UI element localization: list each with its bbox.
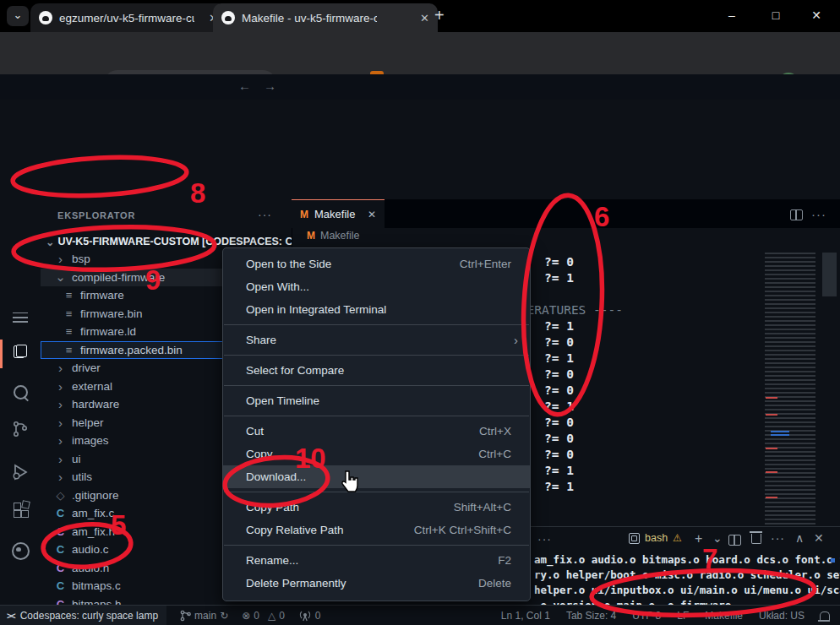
context-menu-item[interactable]: Open to the Side Ctrl+Enter xyxy=(223,253,530,275)
browser-tab-active[interactable]: Makefile - uv-k5-firmware-cust ✕ xyxy=(213,3,438,32)
tab-search-button[interactable]: ⌄ xyxy=(7,6,29,26)
context-menu-item[interactable]: Open With... xyxy=(223,275,530,298)
sidebar-actions-icon[interactable]: ··· xyxy=(258,208,272,221)
history-forward-icon[interactable]: → xyxy=(264,79,276,93)
github-view-icon[interactable] xyxy=(0,542,41,563)
history-back-icon[interactable]: ← xyxy=(238,79,251,93)
file-type-icon: › xyxy=(54,470,67,484)
menu-item-shortcut: Ctrl+X xyxy=(479,420,511,443)
file-type-icon: C xyxy=(54,562,67,574)
minimap[interactable] xyxy=(765,253,815,524)
window-maximize-button[interactable]: □ xyxy=(759,3,793,27)
menu-item-shortcut: Ctrl+Enter xyxy=(460,253,511,275)
status-item[interactable]: Tab Size: 4 xyxy=(566,610,616,622)
github-favicon xyxy=(39,11,52,24)
tree-item-label: bsp xyxy=(72,253,90,265)
close-icon[interactable]: ✕ xyxy=(368,209,376,220)
new-terminal-icon[interactable]: + xyxy=(695,531,702,546)
tab-title: egzumer/uv-k5-firmware-custo xyxy=(59,12,194,24)
notifications-bell-icon[interactable] xyxy=(820,611,830,620)
terminal-cube-icon xyxy=(629,533,640,544)
problems-status[interactable]: ⊗ 0 △ 0 xyxy=(242,610,285,622)
file-type-icon: C xyxy=(54,579,67,592)
source-control-icon[interactable] xyxy=(12,421,29,438)
extensions-view-icon[interactable] xyxy=(0,503,41,521)
minimap-mark xyxy=(766,448,777,449)
context-menu-item[interactable]: Open in Integrated Terminal xyxy=(223,298,530,321)
breadcrumb[interactable]: M Makefile xyxy=(307,230,360,242)
context-menu-item[interactable]: Copy Relative Path Ctrl+K Ctrl+Shift+C xyxy=(223,519,530,541)
context-menu-item[interactable] xyxy=(224,492,529,492)
context-menu-item[interactable]: Open Timeline xyxy=(223,389,530,412)
browser-tab-inactive[interactable]: egzumer/uv-k5-firmware-custo ✕ xyxy=(30,3,226,32)
context-menu-item[interactable]: Select for Compare xyxy=(223,359,530,382)
editor-tab-makefile[interactable]: M Makefile ✕ xyxy=(292,199,385,228)
context-menu-item[interactable] xyxy=(224,416,529,416)
maximize-panel-icon[interactable]: ∧ xyxy=(795,531,804,545)
browser-toolbar: ← → ↻ curly-space-lamp-jj... ⊘ ☆ 42.1k ✦… xyxy=(0,32,840,74)
tab-close-icon[interactable]: ✕ xyxy=(420,12,429,24)
editor-more-actions-icon[interactable]: ··· xyxy=(811,207,826,221)
context-menu-item[interactable] xyxy=(224,324,529,325)
terminal-tab-bash[interactable]: bash ⚠ xyxy=(629,532,682,544)
tree-item-label: firmware.packed.bin xyxy=(80,344,183,356)
menu-item-label: Open With... xyxy=(246,275,309,298)
context-menu-item[interactable]: Cut Ctrl+X xyxy=(223,420,530,443)
context-menu-item[interactable]: Download... xyxy=(223,465,530,488)
menu-item-label: Open in Integrated Terminal xyxy=(246,298,386,321)
branch-status[interactable]: main ↻ xyxy=(180,610,228,622)
file-type-icon: › xyxy=(54,433,67,448)
panel-extra-actions-icon[interactable]: ··· xyxy=(771,531,785,545)
status-bar: >< Codespaces: curly space lamp main ↻ ⊗… xyxy=(0,605,840,625)
close-panel-icon[interactable]: ✕ xyxy=(814,531,824,545)
context-menu-item[interactable] xyxy=(224,355,529,356)
window-minimize-button[interactable]: – xyxy=(715,3,749,27)
tree-item-label: utils xyxy=(72,470,92,483)
status-item[interactable]: Układ: US xyxy=(759,610,805,622)
context-menu-item[interactable] xyxy=(224,385,529,386)
terminal-scroll-mark xyxy=(831,558,835,562)
minimap-mark xyxy=(766,414,777,416)
code-value: ?= 0 xyxy=(544,334,574,351)
menu-item-label: Open Timeline xyxy=(246,389,319,412)
terminal-dropdown-chevron-icon[interactable]: ⌄ xyxy=(712,531,723,545)
root-folder-label: UV-K5-FIRMWARE-CUSTOM [CODESPACES: CURLY… xyxy=(57,236,292,247)
context-menu-item[interactable]: Copy Ctrl+C xyxy=(223,443,530,465)
code-value: ?= 1 xyxy=(544,479,574,495)
editor-scrollbar[interactable] xyxy=(822,253,837,296)
file-type-icon: › xyxy=(54,452,67,466)
split-terminal-icon[interactable] xyxy=(728,535,741,546)
status-item[interactable]: Makefile xyxy=(705,610,743,622)
menu-hamburger-icon[interactable] xyxy=(0,309,41,329)
search-view-icon[interactable] xyxy=(0,385,41,403)
menu-item-shortcut: Delete xyxy=(478,572,511,595)
remote-indicator[interactable]: >< Codespaces: curly space lamp xyxy=(0,606,166,625)
tree-item-label: helper xyxy=(72,416,104,429)
terminal-tab-label: bash xyxy=(645,532,668,544)
tree-item-label: compiled-firmware xyxy=(72,271,165,284)
tree-item-label: .gitignore xyxy=(72,489,119,502)
explorer-view-icon[interactable] xyxy=(0,345,41,361)
status-item[interactable]: Ln 1, Col 1 xyxy=(501,610,550,622)
window-close-button[interactable]: ✕ xyxy=(799,3,833,27)
warning-icon: △ xyxy=(268,610,275,622)
ports-status[interactable]: 0 xyxy=(298,610,321,622)
vscode-title-bar: ← → uv-k5-firmware-custom [Codespaces: c… xyxy=(0,74,840,100)
kill-terminal-icon[interactable] xyxy=(751,534,761,544)
context-menu-item[interactable]: Rename... F2 xyxy=(223,549,530,572)
tree-item-label: external xyxy=(72,380,112,393)
context-menu-item[interactable] xyxy=(224,545,529,546)
run-debug-icon[interactable] xyxy=(11,463,30,481)
code-value: ?= 1 xyxy=(544,463,574,479)
panel-more-actions-icon[interactable]: ··· xyxy=(537,532,552,546)
context-menu-item[interactable]: Copy Path Shift+Alt+C xyxy=(223,496,530,519)
ports-count: 0 xyxy=(315,610,321,622)
file-type-icon: › xyxy=(54,361,67,375)
split-editor-icon[interactable] xyxy=(790,209,803,220)
code-value: ?= 0 xyxy=(544,415,574,431)
context-menu-item[interactable]: Share xyxy=(223,329,530,351)
context-menu-item[interactable]: Delete Permanently Delete xyxy=(223,572,530,595)
status-item[interactable]: UTF-8 xyxy=(632,610,661,622)
new-tab-button[interactable]: + xyxy=(434,5,445,25)
status-item[interactable]: LF xyxy=(677,610,689,622)
